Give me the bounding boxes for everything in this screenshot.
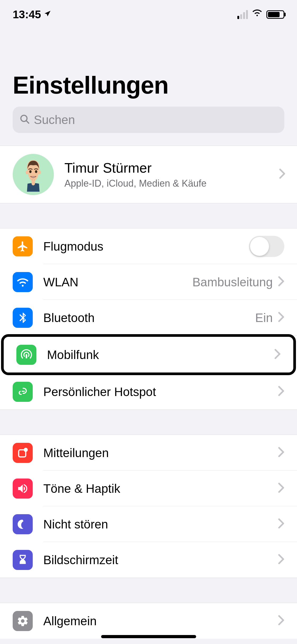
row-airplane-mode[interactable]: Flugmodus <box>0 228 297 264</box>
bluetooth-label: Bluetooth <box>43 311 255 325</box>
profile-text: Timur Stürmer Apple-ID, iCloud, Medien &… <box>64 160 206 189</box>
svg-point-5 <box>24 448 28 452</box>
sounds-label: Töne & Haptik <box>43 481 278 496</box>
screentime-label: Bildschirmzeit <box>43 553 278 567</box>
chevron-right-icon <box>278 384 284 399</box>
chevron-right-icon <box>278 552 284 568</box>
cellular-signal-icon <box>237 10 248 19</box>
status-time: 13:45 <box>13 8 41 21</box>
chevron-right-icon <box>278 613 284 629</box>
highlight-cellular: Mobilfunk <box>1 334 296 375</box>
notifications-group: Mitteilungen Töne & Haptik Nicht stören … <box>0 435 297 578</box>
search-input[interactable] <box>34 113 277 127</box>
avatar <box>13 154 54 195</box>
svg-line-1 <box>26 121 29 123</box>
notifications-icon <box>13 443 33 463</box>
chevron-right-icon <box>278 481 284 496</box>
row-wlan[interactable]: WLAN Bambusleitung <box>0 264 297 300</box>
profile-sub: Apple-ID, iCloud, Medien & Käufe <box>64 178 206 189</box>
airplane-icon <box>13 236 33 256</box>
wlan-value: Bambusleitung <box>192 275 273 289</box>
search-box[interactable] <box>13 107 284 133</box>
screentime-icon <box>13 550 33 570</box>
row-general[interactable]: Allgemein <box>0 603 297 639</box>
wifi-icon <box>252 8 263 21</box>
profile-group: Timur Stürmer Apple-ID, iCloud, Medien &… <box>0 146 297 203</box>
general-label: Allgemein <box>43 614 278 628</box>
chevron-right-icon <box>279 167 285 182</box>
row-sounds[interactable]: Töne & Haptik <box>0 471 297 506</box>
chevron-right-icon <box>278 274 284 290</box>
search-icon <box>20 114 30 126</box>
row-cellular[interactable]: Mobilfunk <box>4 337 293 372</box>
row-notifications[interactable]: Mitteilungen <box>0 435 297 471</box>
row-hotspot[interactable]: Persönlicher Hotspot <box>0 374 297 410</box>
page-title: Einstellungen <box>13 71 284 99</box>
hotspot-icon <box>13 382 33 402</box>
svg-point-2 <box>29 170 32 173</box>
general-icon <box>13 611 33 631</box>
profile-row[interactable]: Timur Stürmer Apple-ID, iCloud, Medien &… <box>0 146 297 203</box>
general-group: Allgemein <box>0 603 297 639</box>
bluetooth-value: Ein <box>255 311 273 325</box>
cellular-label: Mobilfunk <box>47 348 274 362</box>
location-icon <box>44 10 51 20</box>
chevron-right-icon <box>278 517 284 532</box>
wlan-label: WLAN <box>43 275 192 289</box>
row-dnd[interactable]: Nicht stören <box>0 506 297 542</box>
profile-name: Timur Stürmer <box>64 160 206 176</box>
dnd-icon <box>13 514 33 534</box>
hotspot-label: Persönlicher Hotspot <box>43 385 278 399</box>
dnd-label: Nicht stören <box>43 517 278 531</box>
row-screentime[interactable]: Bildschirmzeit <box>0 542 297 578</box>
chevron-right-icon <box>278 310 284 325</box>
status-bar: 13:45 <box>0 0 297 29</box>
row-bluetooth[interactable]: Bluetooth Ein <box>0 300 297 335</box>
sounds-icon <box>13 479 33 499</box>
airplane-toggle[interactable] <box>249 236 284 257</box>
svg-point-3 <box>35 170 37 173</box>
airplane-label: Flugmodus <box>43 239 249 254</box>
wlan-icon <box>13 272 33 292</box>
notifications-label: Mitteilungen <box>43 446 278 460</box>
bluetooth-icon <box>13 308 33 328</box>
battery-icon <box>266 10 284 19</box>
home-indicator[interactable] <box>101 635 196 638</box>
network-group: Flugmodus WLAN Bambusleitung Bluetooth E… <box>0 228 297 410</box>
cellular-icon <box>16 345 36 365</box>
chevron-right-icon <box>278 445 284 461</box>
chevron-right-icon <box>274 347 281 362</box>
